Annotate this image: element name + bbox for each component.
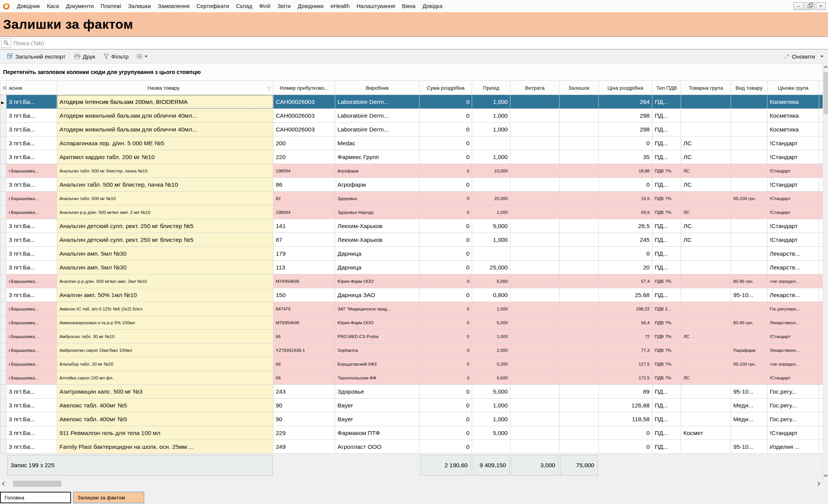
cell-manufacturer[interactable]: Bayer [335,412,420,426]
table-row[interactable]: 3 пгт.Ба... Атодерм Інтенсив бальзам 200… [0,95,823,109]
cell-owner[interactable]: 3 пгт.Ба... [7,399,57,412]
cell-product-kind[interactable] [731,178,767,192]
cell-manufacturer[interactable]: Борщаговский ХФЗ [335,357,420,371]
table-row[interactable]: 3 пгт.Ба... Анальгин амп. 5мл №30 113 Да… [0,261,823,274]
cell-manufacturer[interactable]: Фармекс Групп [335,150,420,164]
cell-price-group[interactable]: Гос.регу... [767,399,819,412]
scroll-left-button[interactable] [1,481,6,486]
column-header-retail-price[interactable]: Ціна роздрібна [599,81,652,95]
cell-product-group[interactable] [681,399,731,412]
cell-retail-price[interactable]: 264 [599,95,652,109]
cell-balance[interactable] [560,426,599,440]
cell-doc-number[interactable]: 66 [273,371,335,385]
cell-retail-sum[interactable]: 0 [420,109,472,123]
cell-vat-type[interactable]: ПД... [652,288,681,302]
cell-retail-sum[interactable]: 0 [420,274,472,288]
cell-price-group[interactable]: Косметика [767,123,819,136]
menu-dovidka[interactable]: Довідка [422,3,442,9]
cell-retail-price[interactable]: 56,4 [599,316,652,330]
cell-product-group[interactable]: ЛС [681,371,731,385]
cell-vat-type[interactable]: ПДВ 7% [652,357,681,371]
cell-retail-price[interactable]: 77,3 [599,343,652,357]
cell-balance[interactable] [560,274,599,288]
cell-manufacturer[interactable]: Юрия-Фарм ООО [335,316,420,330]
cell-owner[interactable]: г.Барышевка... [7,371,57,385]
cell-balance[interactable] [560,136,599,150]
cell-retail-price[interactable]: 298 [599,109,652,123]
cell-product-kind[interactable]: 95-100 грн. [731,357,767,371]
cell-balance[interactable] [560,247,599,261]
cell-price-group[interactable]: Лекарственн... [767,316,819,330]
cell-price-group[interactable]: !Стандарт [767,150,819,164]
cell-product-group[interactable] [681,274,731,288]
cell-expense[interactable] [510,136,560,150]
cell-balance[interactable] [560,150,599,164]
cell-price-group[interactable]: <не определ... [767,357,819,371]
cell-owner[interactable]: 3 пгт.Ба... [7,261,57,274]
cell-income[interactable] [472,178,510,192]
cell-manufacturer[interactable]: Лекхим-Харьков [335,219,420,233]
cell-owner[interactable]: 3 пгт.Ба... [7,178,57,192]
cell-retail-price[interactable]: 298 [599,123,652,136]
cell-income[interactable]: 1,000 [472,233,510,247]
cell-owner[interactable]: г.Барышевка... [7,330,57,343]
cell-expense[interactable] [510,123,560,136]
cell-retail-sum[interactable]: 0 [420,164,472,178]
cell-retail-sum[interactable]: 0 [420,343,472,357]
cell-expense[interactable] [510,357,560,371]
cell-expense[interactable] [510,150,560,164]
scroll-down-button[interactable] [823,473,828,478]
cell-doc-number[interactable]: МТК954695 [273,316,335,330]
cell-income[interactable]: 1,000 [472,330,510,343]
cell-expense[interactable] [510,95,560,109]
table-row[interactable]: г.Барышевка... Аналгин р-р д/ин. 500 мг/… [0,274,823,288]
cell-manufacturer[interactable]: Лекхим-Харьков [335,233,420,247]
cell-retail-price[interactable]: 26,5 [599,219,652,233]
column-header-manufacturer[interactable]: Виробник [335,81,420,95]
cell-doc-number[interactable]: 82 [273,192,335,205]
tab-holovna[interactable]: Головна [0,492,71,503]
cell-income[interactable]: 5,000 [472,219,510,233]
cell-vat-type[interactable]: ПД... [652,440,681,454]
cell-retail-price[interactable]: 172,5 [599,371,652,385]
cell-vat-type[interactable]: ПД... [652,178,681,192]
cell-product-name[interactable]: Анальгин табл. 500 мг блистер, пачка №10 [57,164,273,178]
menu-dovidnyk[interactable]: Довідник [17,3,40,9]
restore-button[interactable] [805,2,815,10]
cell-product-name[interactable]: Аналгин р-р д/ин. 500 мг/мл амп. 2мл №10 [57,274,273,288]
cell-retail-sum[interactable]: 0 [420,399,472,412]
cell-product-group[interactable]: ЛС [681,150,731,164]
cell-retail-sum[interactable]: 0 [420,123,472,136]
cell-price-group[interactable]: Гос.регу... [767,385,819,399]
table-row[interactable]: 3 пгт.Ба... Авелокс табл. 400мг №5 90 Ba… [0,412,823,426]
cell-retail-sum[interactable]: 0 [420,247,472,261]
cell-manufacturer[interactable]: Юрия-Фарм ООО [335,274,420,288]
cell-doc-number[interactable]: 86 [273,178,335,192]
cell-product-group[interactable]: Космет [681,426,731,440]
cell-retail-sum[interactable]: 0 [420,426,472,440]
cell-price-group[interactable]: !Стандарт [767,205,819,219]
cell-product-name[interactable]: Анальгин табл. 500 мг блистер, пачка №10 [57,178,273,192]
table-row[interactable]: 3 пгт.Ба... Авелокс табл. 400мг №5 90 Ba… [0,399,823,412]
cell-price-group[interactable]: Косметика [767,109,819,123]
cell-expense[interactable] [510,399,560,412]
cell-balance[interactable] [560,302,599,316]
cell-expense[interactable] [510,330,560,343]
cell-retail-sum[interactable]: 0 [420,192,472,205]
cell-price-group[interactable]: Гос.регу... [767,412,819,426]
cell-product-kind[interactable]: Меди... [731,399,767,412]
cell-owner[interactable]: 3 пгт.Ба... [7,219,57,233]
cell-retail-sum[interactable]: 0 [420,233,472,247]
cell-manufacturer[interactable]: Здоровье [335,385,420,399]
cell-product-group[interactable] [681,343,731,357]
view-options-button[interactable] [134,53,151,60]
cell-price-group[interactable]: !Стандарт [767,178,819,192]
cell-product-kind[interactable]: 95-10... [731,288,767,302]
cell-doc-number[interactable]: 150 [273,288,335,302]
cell-vat-type[interactable]: ПД... [652,109,681,123]
cell-price-group[interactable]: !Стандарт [767,371,819,385]
cell-retail-sum[interactable]: 0 [420,440,472,454]
menu-kasa[interactable]: Каса [47,3,59,9]
cell-expense[interactable] [510,261,560,274]
cell-owner[interactable]: 3 пгт.Ба... [7,412,57,426]
